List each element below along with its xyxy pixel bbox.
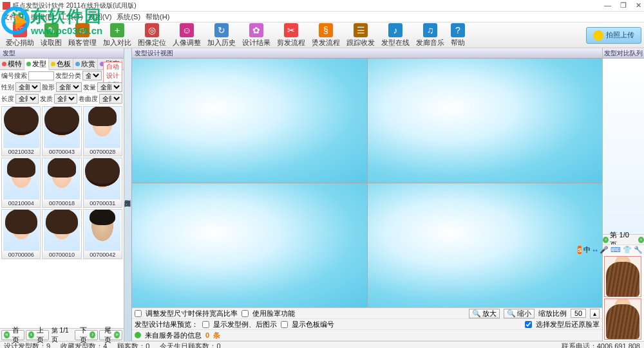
zoom-in-button[interactable]: 🔍放大 [469, 309, 500, 318]
menu-file[interactable]: 文件(F) [3, 12, 26, 22]
toolbar-7[interactable]: ✿设计结果 [239, 23, 274, 48]
menu-edit[interactable]: 编辑(E) [31, 12, 55, 22]
server-msg-label: 来自服务器的信息 [145, 331, 202, 340]
server-msg-count: 0 [205, 331, 209, 339]
ime-punct-icon[interactable]: •• [592, 246, 598, 254]
thumb-id: 00700043 [43, 148, 80, 156]
pager-next-button[interactable]: 下页› [75, 330, 98, 340]
compare-thumb-1[interactable] [604, 256, 641, 297]
status-customer-count: 顾客数：0 [117, 342, 149, 348]
ime-keyboard-icon[interactable]: ⌨ [611, 246, 621, 254]
restore-mask-checkbox[interactable] [525, 321, 532, 328]
hairstyle-thumb[interactable]: 00700043 [42, 106, 81, 156]
tab-色板[interactable]: 色板 [49, 59, 73, 69]
ime-tool-icon[interactable]: 🔧 [634, 246, 643, 254]
toolbar-12[interactable]: ♫发廊音乐 [413, 23, 448, 48]
toolbar-icon-1: ✎ [44, 23, 59, 37]
sogou-icon[interactable]: S [578, 246, 582, 254]
left-panel: 发型 模特发型色板欣赏顾客 编号搜索 发型分类 全部 自动设计发型 性别全部 脸… [0, 48, 124, 341]
toolbar-6[interactable]: ↻加入历史 [204, 23, 239, 48]
tab-欣赏[interactable]: 欣赏 [73, 59, 98, 69]
hairstyle-thumb[interactable]: 00700042 [83, 209, 122, 259]
menu-system[interactable]: 系统(S) [117, 12, 140, 22]
length-select[interactable]: 全部 [15, 94, 39, 104]
server-status-icon [135, 332, 141, 338]
compare-queue [603, 59, 644, 234]
right-header: 发型对比队列 [603, 48, 644, 59]
title-bar: 旺点发型设计软件 2011在线升级版(试用版) — ❐ ✕ [0, 0, 644, 12]
texture-select[interactable]: 全部 [54, 94, 77, 104]
show-example-label: 显示发型例、后图示 [213, 320, 277, 329]
hairstyle-thumb[interactable]: 00700028 [83, 106, 122, 156]
tab-dot-icon [26, 62, 31, 66]
hairstyle-thumb[interactable]: 00700010 [42, 209, 81, 259]
thumb-image [3, 107, 39, 148]
hairstyle-thumb[interactable]: 00700006 [1, 209, 41, 259]
toolbar-icon-2: ☺ [75, 23, 90, 37]
toolbar-5[interactable]: ☺人像调整 [169, 23, 204, 48]
status-fav-count: 收藏发型数：4 [61, 342, 107, 348]
thumb-id: 00700018 [43, 199, 80, 207]
right-panel: 发型对比队列 ‹ 第 1/0 页 › S 中 •• 🎤 ⌨ 👕 🔧 [602, 48, 644, 341]
pager-last-button[interactable]: 尾页» [99, 330, 122, 340]
hairstyle-thumb[interactable]: 00210032 [1, 106, 41, 156]
maximize-button[interactable]: ❐ [620, 1, 627, 10]
hairstyle-thumb[interactable]: 00210004 [1, 158, 41, 208]
app-icon [3, 2, 10, 10]
curl-select[interactable]: 全部 [99, 94, 122, 104]
toolbar-11[interactable]: ♪发型在线 [378, 23, 413, 48]
compare-thumb-2[interactable] [604, 298, 641, 340]
ime-mic-icon[interactable]: 🎤 [600, 246, 609, 254]
menu-view[interactable]: 视图(V) [88, 12, 112, 22]
minimize-button[interactable]: — [604, 1, 611, 10]
toolbar-9[interactable]: §烫发流程 [308, 23, 343, 48]
pager-first-button[interactable]: «首页 [1, 330, 24, 340]
pager-prev-button[interactable]: ‹上页 [26, 330, 49, 340]
toolbar-0[interactable]: ♡爱心捐助 [3, 23, 37, 48]
zoom-ratio-up[interactable]: ▴ [590, 309, 600, 318]
tab-模特[interactable]: 模特 [0, 59, 24, 69]
gender-select[interactable]: 全部 [15, 82, 41, 92]
thumb-image [84, 158, 120, 199]
toolbar-3[interactable]: +加入对比 [100, 23, 135, 48]
use-mask-checkbox[interactable] [242, 310, 249, 317]
toolbar-13[interactable]: ?帮助 [448, 23, 468, 48]
toolbar-10[interactable]: ☰跟踪收发 [343, 23, 378, 48]
right-pager: ‹ 第 1/0 页 › [603, 234, 644, 244]
toolbar-2[interactable]: ☺顾客管理 [65, 23, 100, 48]
thumb-image [3, 158, 39, 199]
category-select[interactable]: 全部 [82, 71, 102, 80]
right-next-button[interactable]: › [638, 237, 644, 243]
show-example-checkbox[interactable] [202, 321, 209, 328]
right-prev-button[interactable]: ‹ [603, 237, 609, 243]
thumb-image [84, 107, 120, 148]
toolbar-4[interactable]: ◎图像定位 [135, 23, 169, 48]
canvas-cell-4[interactable] [368, 183, 603, 307]
search-id-input[interactable] [28, 71, 54, 80]
menu-tool[interactable]: 工具(T) [60, 12, 83, 22]
hairstyle-thumb[interactable]: 00700018 [42, 158, 81, 208]
canvas-cell-2[interactable] [368, 59, 603, 183]
toolbar-8[interactable]: ✂剪发流程 [274, 23, 308, 48]
window-title: 旺点发型设计软件 2011在线升级版(试用版) [13, 1, 604, 10]
hairstyle-thumb[interactable]: 00700031 [83, 158, 122, 208]
category-strip[interactable]: 发型类别选择 [124, 48, 132, 341]
ime-skin-icon[interactable]: 👕 [623, 246, 632, 254]
close-button[interactable]: ✕ [636, 1, 641, 10]
volume-select[interactable]: 全部 [97, 82, 122, 92]
faceshape-select[interactable]: 全部 [56, 82, 81, 92]
zoom-out-button[interactable]: 🔍缩小 [504, 309, 535, 318]
upload-photo-button[interactable]: 拍照上传 [586, 27, 641, 44]
center-panel: 发型设计视图 调整发型尺寸时保持宽高比率 使用脸罩功能 🔍放大 🔍缩小 缩放比例… [132, 48, 602, 341]
keep-ratio-checkbox[interactable] [135, 310, 142, 317]
ime-zhong[interactable]: 中 [583, 245, 591, 255]
canvas-cell-1[interactable] [132, 59, 367, 183]
design-canvas [132, 59, 602, 307]
toolbar-1[interactable]: ✎读取图 [37, 23, 65, 48]
zoom-ratio-input[interactable] [571, 309, 586, 318]
menu-help[interactable]: 帮助(H) [146, 12, 169, 22]
smile-icon [593, 30, 603, 41]
canvas-cell-3[interactable] [132, 183, 367, 307]
show-color-id-checkbox[interactable] [281, 321, 288, 328]
tab-发型[interactable]: 发型 [24, 59, 49, 70]
